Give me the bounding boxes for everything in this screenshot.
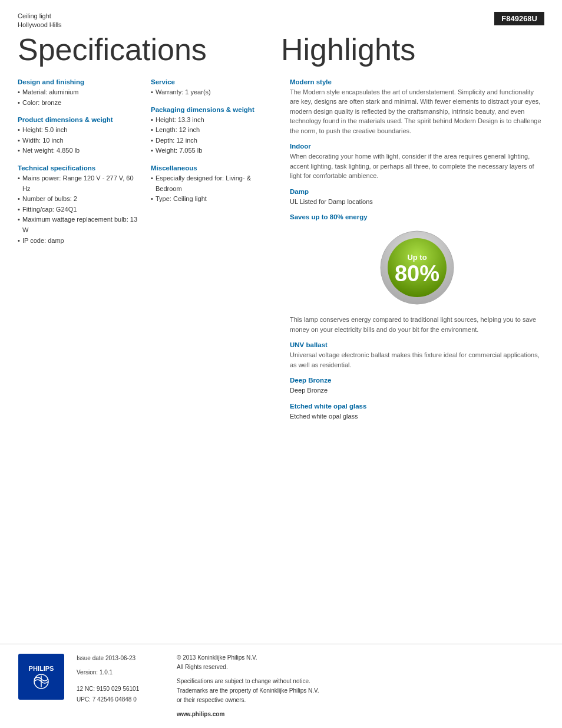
damp-title: Damp <box>290 188 544 195</box>
footer-left: Issue date 2013-06-23 Version: 1.0.1 12 … <box>77 653 165 719</box>
indoor-title: Indoor <box>290 143 544 150</box>
list-item: Maximum wattage replacement bulb: 13 W <box>18 215 139 235</box>
list-item: Width: 10 inch <box>18 136 139 146</box>
highlight-deep-bronze: Deep Bronze Deep Bronze <box>290 377 544 396</box>
deep-bronze-title: Deep Bronze <box>290 377 544 384</box>
list-item: Color: bronze <box>18 98 139 108</box>
footer-right: © 2013 Koninklijke Philips N.V. All Righ… <box>177 653 544 719</box>
product-type: Ceiling light <box>18 12 62 21</box>
svg-text:80%: 80% <box>395 261 439 286</box>
specs-title: Specifications <box>18 33 281 67</box>
highlight-modern-style: Modern style The Modern style encapsulat… <box>290 78 544 136</box>
list-item: Net weight: 4.850 lb <box>18 146 139 156</box>
packaging-list: Height: 13.3 inch Length: 12 inch Depth:… <box>151 115 272 156</box>
issue-date: Issue date 2013-06-23 <box>77 653 165 664</box>
version: Version: 1.0.1 <box>77 667 165 678</box>
product-dimensions-list: Height: 5.0 inch Width: 10 inch Net weig… <box>18 125 139 156</box>
highlight-unv-ballast: UNV ballast Universal voltage electronic… <box>290 341 544 370</box>
header: Ceiling light Hollywood Hills F849268U <box>0 0 562 30</box>
product-dimensions-title: Product dimensions & weight <box>18 116 139 123</box>
modern-style-text: The Modern style encapsulates the art of… <box>290 87 544 136</box>
product-name: Hollywood Hills <box>18 21 62 29</box>
list-item: Depth: 12 inch <box>151 136 272 146</box>
page: Ceiling light Hollywood Hills F849268U S… <box>0 0 562 728</box>
modern-style-title: Modern style <box>290 78 544 85</box>
list-item: Weight: 7.055 lb <box>151 146 272 156</box>
miscellaneous-title: Miscellaneous <box>151 164 272 172</box>
spec-col-right: Service Warranty: 1 year(s) Packaging di… <box>151 78 272 246</box>
list-item: IP code: damp <box>18 236 139 246</box>
disclaimer: Specifications are subject to change wit… <box>177 677 544 705</box>
etched-glass-text: Etched white opal glass <box>290 411 544 421</box>
footer-meta: Issue date 2013-06-23 Version: 1.0.1 12 … <box>77 653 544 719</box>
footer: PHILIPS Issue date 2013-06-23 Version: 1… <box>0 644 562 728</box>
unv-ballast-title: UNV ballast <box>290 341 544 348</box>
svg-text:Up to: Up to <box>407 253 427 262</box>
svg-text:PHILIPS: PHILIPS <box>29 665 54 672</box>
list-item: Type: Ceiling light <box>151 194 272 205</box>
title-row: Specifications Highlights <box>0 30 562 73</box>
technical-specs-title: Technical specifications <box>18 164 139 172</box>
list-item: Length: 12 inch <box>151 125 272 136</box>
unv-ballast-text: Universal voltage electronic ballast mak… <box>290 350 544 370</box>
highlights-title: Highlights <box>281 33 544 67</box>
philips-logo: PHILIPS <box>18 653 65 700</box>
energy-badge-container: Up to 80% <box>290 229 544 306</box>
service-title: Service <box>151 78 272 85</box>
damp-text: UL Listed for Damp locations <box>290 197 544 207</box>
highlight-etched-glass: Etched white opal glass Etched white opa… <box>290 403 544 421</box>
list-item: Mains power: Range 120 V - 277 V, 60 Hz <box>18 173 139 194</box>
etched-glass-title: Etched white opal glass <box>290 403 544 410</box>
main-content: Design and finishing Material: aluminium… <box>0 73 562 434</box>
nc-upc: 12 NC: 9150 029 56101 UPC: 7 42546 04848… <box>77 684 165 705</box>
list-item: Height: 5.0 inch <box>18 125 139 136</box>
list-item: Height: 13.3 inch <box>151 115 272 126</box>
website: www.philips.com <box>177 710 544 719</box>
design-finishing-title: Design and finishing <box>18 78 139 85</box>
service-list: Warranty: 1 year(s) <box>151 87 272 98</box>
specs-columns: Design and finishing Material: aluminium… <box>18 78 272 246</box>
deep-bronze-text: Deep Bronze <box>290 386 544 396</box>
packaging-title: Packaging dimensions & weight <box>151 106 272 113</box>
specs-column: Design and finishing Material: aluminium… <box>18 78 284 429</box>
energy-text: This lamp conserves energy compared to t… <box>290 315 544 334</box>
design-finishing-list: Material: aluminium Color: bronze <box>18 87 139 108</box>
highlight-indoor: Indoor When decorating your home with li… <box>290 143 544 181</box>
product-label: Ceiling light Hollywood Hills <box>18 12 62 30</box>
list-item: Warranty: 1 year(s) <box>151 87 272 98</box>
copyright: © 2013 Koninklijke Philips N.V. All Righ… <box>177 653 544 672</box>
indoor-text: When decorating your home with light, co… <box>290 151 544 181</box>
model-badge: F849268U <box>494 12 544 25</box>
list-item: Material: aluminium <box>18 87 139 98</box>
technical-specs-list: Mains power: Range 120 V - 277 V, 60 Hz … <box>18 173 139 246</box>
highlight-saves-energy: Saves up to 80% energy <box>290 213 544 334</box>
miscellaneous-list: Especially designed for: Living- & Bedro… <box>151 173 272 205</box>
spec-col-left: Design and finishing Material: aluminium… <box>18 78 139 246</box>
highlight-damp: Damp UL Listed for Damp locations <box>290 188 544 207</box>
list-item: Number of bulbs: 2 <box>18 194 139 205</box>
saves-energy-title: Saves up to 80% energy <box>290 213 544 220</box>
list-item: Especially designed for: Living- & Bedro… <box>151 173 272 194</box>
highlights-column: Modern style The Modern style encapsulat… <box>284 78 544 429</box>
energy-badge-svg: Up to 80% <box>379 229 455 306</box>
list-item: Fitting/cap: G24Q1 <box>18 205 139 215</box>
